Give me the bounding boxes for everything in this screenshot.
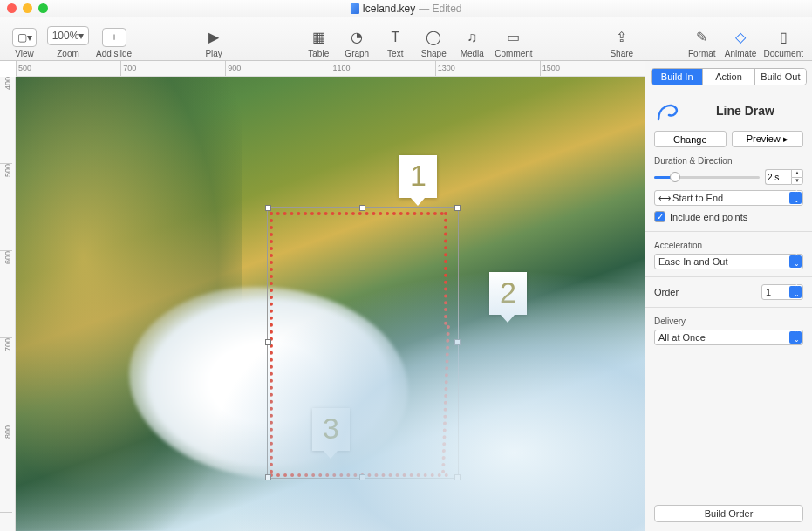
titlebar: Iceland.key — Edited — [0, 0, 812, 17]
include-endpoints-label: Include end points — [670, 212, 747, 222]
share-icon: ⇪ — [610, 28, 634, 47]
include-endpoints-checkbox[interactable]: ✓ — [654, 211, 665, 222]
order-select[interactable]: 1 — [761, 284, 803, 300]
resize-handle[interactable] — [454, 474, 461, 480]
view-icon: ▢▾ — [17, 31, 32, 44]
tab-action[interactable]: Action — [703, 69, 754, 85]
tab-build-in[interactable]: Build In — [652, 69, 703, 85]
media-button[interactable]: ♫Media — [456, 20, 488, 58]
minimize-window-button[interactable] — [23, 3, 32, 13]
line-draw-icon — [654, 98, 680, 124]
graph-icon: ◔ — [345, 28, 369, 47]
route-line[interactable] — [441, 325, 450, 473]
effect-name: Line Draw — [687, 104, 803, 118]
route-line[interactable] — [270, 473, 448, 477]
window-title: Iceland.key — Edited — [350, 3, 461, 15]
build-order-button[interactable]: Build Order — [654, 505, 803, 522]
share-button[interactable]: ⇪Share — [606, 20, 638, 58]
file-status: — Edited — [419, 3, 461, 15]
map-pin-1[interactable]: 1 — [399, 155, 437, 198]
ruler-horizontal: 500700900 110013001500 — [16, 61, 645, 77]
media-icon: ♫ — [460, 28, 484, 47]
document-tb-icon: ▯ — [771, 28, 795, 47]
direction-arrow-icon: ⟷ — [658, 194, 670, 203]
fullscreen-window-button[interactable] — [38, 3, 48, 13]
step-down-icon[interactable]: ▼ — [791, 177, 803, 186]
format-icon: ✎ — [690, 28, 714, 47]
inspector-panel: Build In Action Build Out Line Draw Chan… — [645, 61, 812, 531]
comment-button[interactable]: ▭Comment — [495, 20, 532, 58]
animate-icon: ◇ — [728, 28, 753, 47]
resize-handle[interactable] — [359, 474, 365, 480]
duration-slider[interactable] — [654, 170, 760, 184]
toolbar: ▢▾ View 100% ▾ Zoom ＋ Add slide ▶ Play ▦… — [0, 17, 812, 61]
document-button[interactable]: ▯Document — [763, 20, 803, 58]
text-button[interactable]: TText — [379, 20, 411, 58]
animate-button[interactable]: ◇Animate — [725, 20, 757, 58]
delivery-select[interactable]: All at Once — [654, 330, 803, 345]
view-button[interactable]: ▢▾ View — [9, 20, 40, 58]
format-button[interactable]: ✎Format — [686, 20, 718, 58]
table-icon: ▦ — [306, 28, 331, 47]
close-window-button[interactable] — [7, 3, 17, 13]
zoom-button[interactable]: 100% ▾ Zoom — [47, 20, 89, 58]
glacier-graphic — [129, 287, 408, 479]
document-icon — [350, 3, 358, 14]
direction-select[interactable]: ⟷ Start to End — [654, 190, 803, 206]
preview-button[interactable]: Preview ▸ — [732, 131, 804, 147]
play-button[interactable]: ▶ Play — [198, 20, 229, 58]
shape-button[interactable]: ◯Shape — [418, 20, 449, 58]
acceleration-label: Acceleration — [654, 241, 803, 250]
animate-tabs: Build In Action Build Out — [651, 68, 807, 85]
resize-handle[interactable] — [454, 205, 461, 211]
duration-direction-label: Duration & Direction — [654, 156, 803, 166]
slide[interactable]: 1 2 3 — [16, 77, 645, 531]
step-up-icon[interactable]: ▲ — [791, 169, 803, 177]
selection-box[interactable] — [268, 208, 458, 478]
play-icon: ▶ — [208, 29, 219, 45]
order-label: Order — [654, 287, 756, 297]
canvas[interactable]: 500700900 110013001500 400500600 700800 — [0, 61, 645, 531]
table-button[interactable]: ▦Table — [303, 20, 334, 58]
acceleration-select[interactable]: Ease In and Out — [654, 254, 803, 269]
resize-handle[interactable] — [265, 339, 271, 345]
delivery-label: Delivery — [654, 317, 803, 326]
resize-handle[interactable] — [265, 205, 271, 211]
resize-handle[interactable] — [265, 474, 271, 480]
text-icon: T — [383, 28, 407, 47]
resize-handle[interactable] — [454, 339, 461, 345]
filename: Iceland.key — [362, 3, 415, 15]
duration-stepper[interactable]: ▲▼ — [765, 169, 803, 185]
map-pin-2[interactable]: 2 — [489, 272, 527, 315]
add-slide-button[interactable]: ＋ Add slide — [96, 20, 132, 58]
plus-icon: ＋ — [109, 30, 119, 44]
ruler-vertical: 400500600 700800 — [0, 77, 16, 531]
map-pin-3[interactable]: 3 — [312, 408, 350, 451]
graph-button[interactable]: ◔Graph — [341, 20, 372, 58]
resize-handle[interactable] — [359, 205, 365, 211]
window-controls — [7, 3, 48, 13]
change-effect-button[interactable]: Change — [654, 131, 727, 147]
duration-input[interactable] — [765, 169, 791, 185]
tab-build-out[interactable]: Build Out — [755, 69, 806, 85]
comment-icon: ▭ — [502, 28, 526, 47]
shape-icon: ◯ — [421, 28, 446, 47]
